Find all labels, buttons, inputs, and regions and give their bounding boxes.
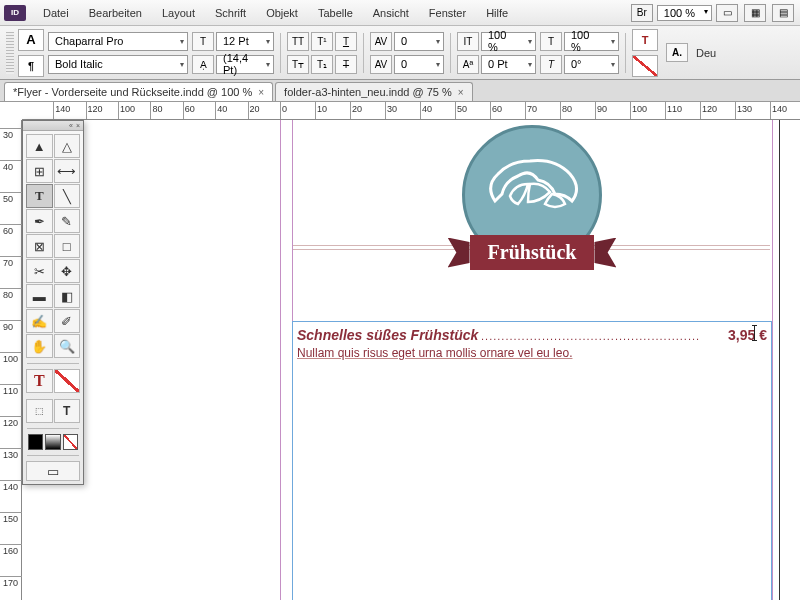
zoom-level-select[interactable]: 100 % bbox=[657, 5, 712, 21]
character-mode-button[interactable]: A bbox=[18, 29, 44, 51]
rectangle-tool[interactable]: □ bbox=[54, 234, 81, 258]
doc-tab-flyer[interactable]: *Flyer - Vorderseite und Rückseite.indd … bbox=[4, 82, 273, 101]
menu-dots: ........................................… bbox=[481, 330, 700, 342]
control-bar: A ¶ Chaparral Pro Bold Italic T 12 Pt Ạ … bbox=[0, 26, 800, 80]
margin-guide-right bbox=[772, 120, 773, 600]
panel-header[interactable]: «× bbox=[23, 121, 83, 131]
close-icon[interactable]: × bbox=[76, 122, 80, 129]
font-size-select[interactable]: 12 Pt bbox=[216, 32, 274, 51]
page-edge bbox=[779, 120, 780, 600]
bridge-icon[interactable]: Br bbox=[631, 4, 653, 22]
gradient-swatch-tool[interactable]: ▬ bbox=[26, 284, 53, 308]
menu-hilfe[interactable]: Hilfe bbox=[477, 3, 517, 23]
vscale-icon: IT bbox=[457, 32, 479, 51]
document-canvas[interactable]: Frühstück Schnelles süßes Frühstück ....… bbox=[22, 120, 800, 600]
free-transform-tool[interactable]: ✥ bbox=[54, 259, 81, 283]
skew-select[interactable]: 0° bbox=[564, 55, 619, 74]
baseline-icon: Aª bbox=[457, 55, 479, 74]
strikethrough-button[interactable]: T bbox=[335, 55, 357, 74]
superscript-button[interactable]: T¹ bbox=[311, 32, 333, 51]
menu-datei[interactable]: Datei bbox=[34, 3, 78, 23]
hscale-select[interactable]: 100 % bbox=[564, 32, 619, 51]
close-icon[interactable]: × bbox=[258, 87, 264, 98]
text-caret-icon bbox=[754, 325, 755, 341]
collapse-icon[interactable]: « bbox=[69, 122, 73, 129]
badge-title: Frühstück bbox=[470, 235, 595, 270]
stroke-swatch[interactable] bbox=[54, 369, 81, 393]
close-icon[interactable]: × bbox=[458, 87, 464, 98]
gap-tool[interactable]: ⟷ bbox=[54, 159, 81, 183]
leading-icon: Ạ bbox=[192, 55, 214, 74]
zoom-tool[interactable]: 🔍 bbox=[54, 334, 81, 358]
apply-gradient-button[interactable] bbox=[45, 434, 60, 450]
menu-objekt[interactable]: Objekt bbox=[257, 3, 307, 23]
formatting-text-button[interactable]: T bbox=[54, 399, 81, 423]
menu-schrift[interactable]: Schrift bbox=[206, 3, 255, 23]
formatting-container-button[interactable]: ⬚ bbox=[26, 399, 53, 423]
underline-button[interactable]: T bbox=[335, 32, 357, 51]
view-mode-icon[interactable]: ▭ bbox=[716, 4, 738, 22]
tracking-icon: AV bbox=[370, 55, 392, 74]
menu-item-desc: Nullam quis risus eget urna mollis ornar… bbox=[297, 346, 572, 360]
direct-selection-tool[interactable]: △ bbox=[54, 134, 81, 158]
menu-item-title: Schnelles süßes Frühstück bbox=[297, 327, 478, 343]
gradient-feather-tool[interactable]: ◧ bbox=[54, 284, 81, 308]
pencil-tool[interactable]: ✎ bbox=[54, 209, 81, 233]
note-tool[interactable]: ✍ bbox=[26, 309, 53, 333]
screen-mode-icon[interactable]: ▦ bbox=[744, 4, 766, 22]
apply-color-button[interactable] bbox=[28, 434, 43, 450]
menu-ansicht[interactable]: Ansicht bbox=[364, 3, 418, 23]
font-family-select[interactable]: Chaparral Pro bbox=[48, 32, 188, 51]
view-mode-button[interactable]: ▭ bbox=[26, 461, 80, 481]
vertical-ruler[interactable]: 3040506070809010011012013014015016017018… bbox=[0, 120, 22, 600]
control-grip-icon bbox=[6, 32, 14, 74]
line-tool[interactable]: ╲ bbox=[54, 184, 81, 208]
pen-tool[interactable]: ✒ bbox=[26, 209, 53, 233]
paragraph-mode-button[interactable]: ¶ bbox=[18, 55, 44, 77]
scissors-tool[interactable]: ✂ bbox=[26, 259, 53, 283]
text-frame[interactable] bbox=[292, 321, 772, 600]
apply-none-button[interactable] bbox=[63, 434, 78, 450]
horizontal-ruler[interactable]: 1401201008060402001020304050607080901001… bbox=[22, 102, 800, 120]
tracking-select[interactable]: 0 bbox=[394, 55, 444, 74]
menu-bearbeiten[interactable]: Bearbeiten bbox=[80, 3, 151, 23]
vscale-select[interactable]: 100 % bbox=[481, 32, 536, 51]
ribbon-banner: Frühstück bbox=[447, 235, 617, 270]
menu-layout[interactable]: Layout bbox=[153, 3, 204, 23]
fill-color-swatch[interactable]: T bbox=[632, 29, 658, 51]
kerning-icon: AV bbox=[370, 32, 392, 51]
font-size-icon: T bbox=[192, 32, 214, 51]
column-guide bbox=[280, 120, 281, 600]
menu-item-line[interactable]: Schnelles süßes Frühstück ..............… bbox=[297, 327, 767, 343]
baseline-select[interactable]: 0 Pt bbox=[481, 55, 536, 74]
leading-select[interactable]: (14,4 Pt) bbox=[216, 55, 274, 74]
hscale-icon: T bbox=[540, 32, 562, 51]
subscript-button[interactable]: T₁ bbox=[311, 55, 333, 74]
eyedropper-tool[interactable]: ✐ bbox=[54, 309, 81, 333]
page-tool[interactable]: ⊞ bbox=[26, 159, 53, 183]
stroke-color-swatch[interactable] bbox=[632, 55, 658, 77]
charstyle-icon[interactable]: A. bbox=[666, 43, 688, 62]
arrange-docs-icon[interactable]: ▤ bbox=[772, 4, 794, 22]
badge-graphic[interactable]: Frühstück bbox=[447, 125, 617, 270]
skew-icon: T bbox=[540, 55, 562, 74]
menu-item-price: 3,95 € bbox=[728, 327, 767, 343]
rectangle-frame-tool[interactable]: ⊠ bbox=[26, 234, 53, 258]
selection-tool[interactable]: ▲ bbox=[26, 134, 53, 158]
allcaps-button[interactable]: TT bbox=[287, 32, 309, 51]
kerning-select[interactable]: 0 bbox=[394, 32, 444, 51]
document-tabs: *Flyer - Vorderseite und Rückseite.indd … bbox=[0, 80, 800, 102]
workspace: 1401201008060402001020304050607080901001… bbox=[0, 102, 800, 600]
menu-tabelle[interactable]: Tabelle bbox=[309, 3, 362, 23]
font-style-select[interactable]: Bold Italic bbox=[48, 55, 188, 74]
menu-fenster[interactable]: Fenster bbox=[420, 3, 475, 23]
doc-tab-folder[interactable]: folder-a3-hinten_neu.indd @ 75 %× bbox=[275, 82, 473, 101]
hand-tool[interactable]: ✋ bbox=[26, 334, 53, 358]
fill-swatch[interactable]: T bbox=[26, 369, 53, 393]
indesign-logo-icon: ID bbox=[4, 5, 26, 21]
smallcaps-button[interactable]: Tᴛ bbox=[287, 55, 309, 74]
menu-item-desc-line[interactable]: Nullam quis risus eget urna mollis ornar… bbox=[297, 346, 767, 360]
tools-panel[interactable]: «× ▲ △ ⊞ ⟷ T ╲ ✒ ✎ ⊠ □ ✂ ✥ ▬ ◧ ✍ ✐ ✋ 🔍 T… bbox=[22, 120, 84, 485]
language-label: Deu bbox=[696, 47, 716, 59]
type-tool[interactable]: T bbox=[26, 184, 53, 208]
